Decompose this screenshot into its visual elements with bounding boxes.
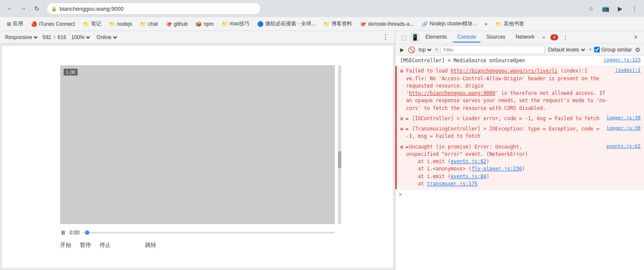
forward-button[interactable]: → — [17, 3, 29, 15]
error-icon-2: ⊗ — [400, 68, 404, 74]
bookmark-npm[interactable]: 📦 npm — [192, 20, 217, 28]
viewport-width: 592 — [43, 34, 51, 40]
pause-button[interactable]: 暂停 — [80, 241, 91, 249]
flv-link[interactable]: flv-player.js:236 — [471, 166, 522, 172]
progress-bar[interactable] — [83, 232, 335, 234]
error-icon-3: ⊗ — [400, 115, 404, 122]
console-entry-1-source[interactable]: logger.js:123 — [604, 57, 641, 63]
stop-button[interactable]: 停止 — [100, 241, 111, 249]
events-link-1[interactable]: events.js:62 — [451, 158, 486, 164]
bookmark-nodejs[interactable]: 📁 nodejs — [106, 20, 136, 28]
console-input-row: > — [395, 189, 644, 199]
address-bar[interactable]: 🔒 bianchenggou.wang:9000 — [46, 3, 261, 15]
video-scrollbar-thumb — [338, 151, 341, 168]
mac-tips-icon: 📁 — [222, 21, 228, 27]
bookmark-notes[interactable]: 📁 笔记 — [79, 19, 105, 29]
console-prompt: > — [399, 191, 402, 197]
zoom-select[interactable]: 100% — [70, 34, 91, 41]
transmuxer-link[interactable]: transmuxer.js:175 — [427, 181, 477, 187]
bookmark-more[interactable]: » — [481, 20, 491, 28]
console-entry-3: ⊗ ► [IOController] > Loader error, code … — [395, 114, 644, 124]
devtools-panel: ⬚ 📱 Elements Console Sources Network » 4… — [395, 31, 644, 270]
bookmark-bing[interactable]: 🔵 微软必应搜索 - 全球... — [254, 19, 319, 29]
browser-actions: ☆ 📺 ▶ ⋮ — [585, 3, 641, 15]
video-container: 1.00 — [60, 65, 335, 224]
console-entry-2-source[interactable]: (index):1 — [615, 67, 641, 73]
cluster-icon: 🔗 — [422, 21, 428, 27]
console-entry-3-source[interactable]: logger.js:38 — [607, 115, 641, 121]
online-select[interactable]: Online — [95, 34, 118, 41]
console-entry-2: ⊗ Failed to load http://bianchenggou.wan… — [395, 66, 644, 114]
apps-icon: ⊞ — [7, 21, 11, 27]
error-icon-5: ⊗ — [400, 144, 404, 150]
reload-button[interactable]: ↻ — [31, 3, 43, 15]
video-controls: ⏸ 0:00 — [60, 228, 335, 238]
bookmark-others[interactable]: 📁 其他书签 — [492, 19, 528, 29]
console-entry-5: ⊗ ►Uncaught (in promise) Error: Uncaught… — [395, 142, 644, 190]
menu-button[interactable]: ⋮ — [629, 3, 641, 15]
viewport-select[interactable]: Responsive — [3, 34, 39, 41]
bing-icon: 🔵 — [257, 21, 264, 27]
events-link-2[interactable]: events.js:84 — [451, 173, 486, 179]
bookmark-xk-threads[interactable]: 🐙 xk/node-threads-a... — [356, 20, 417, 28]
group-similar-checkbox[interactable] — [594, 47, 600, 52]
error-icon-4: ⊗ — [400, 126, 404, 132]
console-entry-4-source[interactable]: logger.js:38 — [607, 125, 641, 131]
console-execute-button[interactable]: ▶ — [398, 46, 406, 54]
viewport-toolbar: Responsive 592 × 616 100% Online ⋮ — [0, 31, 395, 44]
tab-console[interactable]: Console — [453, 32, 480, 42]
bookmark-apps[interactable]: ⊞ 应用 — [3, 19, 27, 29]
xk-icon: 🐙 — [360, 21, 366, 27]
video-scrollbar[interactable] — [338, 65, 341, 224]
console-input[interactable] — [404, 191, 641, 197]
page-content: 1.00 ⏸ 0:00 — [2, 46, 393, 268]
tab-sources[interactable]: Sources — [482, 32, 510, 42]
console-entry-5-text: ►Uncaught (in promise) Error: Uncaught, … — [406, 143, 604, 188]
bookmark-mac-tips[interactable]: 📁 mac技巧 — [218, 19, 253, 29]
cast-button[interactable]: 📺 — [599, 3, 611, 15]
inspect-element-button[interactable]: ⬚ — [399, 33, 408, 42]
bookmark-nodejs-cluster[interactable]: 🔗 Nodejs cluster模块... — [418, 19, 480, 29]
version-badge: 1.00 — [64, 69, 78, 76]
progress-dot — [85, 231, 89, 235]
console-settings-button[interactable]: ⚙ — [634, 46, 641, 54]
console-entry-5-source[interactable]: events.js:62 — [607, 143, 641, 149]
devtools-more-tabs[interactable]: » — [541, 33, 547, 41]
tab-elements[interactable]: Elements — [421, 32, 451, 42]
console-clear-button[interactable]: 🚫 — [407, 46, 415, 54]
youtube-button[interactable]: ▶ — [614, 3, 626, 15]
context-select[interactable]: top — [417, 46, 433, 53]
console-entry-1-text: [MSEController] > MediaSource onSourceOp… — [400, 57, 601, 64]
video-action-buttons: 开始 暂停 停止 跳转 — [60, 241, 335, 249]
bookmark-star-button[interactable]: ☆ — [585, 3, 597, 15]
back-button[interactable]: ← — [3, 3, 15, 15]
page-devtools-split: Responsive 592 × 616 100% Online ⋮ — [0, 31, 644, 270]
filter-input[interactable] — [440, 46, 545, 54]
play-pause-button[interactable]: ⏸ — [60, 229, 66, 236]
devtools-close-button[interactable]: × — [631, 33, 641, 42]
github-icon: 🐙 — [166, 21, 172, 27]
bookmark-chat[interactable]: 📁 chat — [137, 20, 161, 28]
error-count-badge: 4 — [550, 34, 558, 40]
viewport-x-separator: × — [53, 34, 56, 40]
bookmark-itunes[interactable]: 🍎 iTunes Connect — [27, 20, 79, 28]
log-level-select[interactable]: Default levels — [547, 46, 586, 53]
console-content: [MSEController] > MediaSource onSourceOp… — [395, 56, 644, 270]
viewport-height: 616 — [58, 34, 66, 40]
lock-icon: 🔒 — [51, 6, 57, 12]
start-button[interactable]: 开始 — [60, 241, 71, 249]
npm-icon: 📦 — [195, 21, 202, 27]
tab-network[interactable]: Network — [511, 32, 539, 42]
more-options-button[interactable]: ⋮ — [380, 31, 392, 43]
bookmark-blog[interactable]: 📁 博客资料 — [320, 19, 355, 29]
devtools-tabs-header: ⬚ 📱 Elements Console Sources Network » 4… — [395, 31, 644, 44]
cors-error-link[interactable]: http://bianchenggou.wang/srs/live/li — [451, 68, 558, 74]
jump-button[interactable]: 跳转 — [145, 241, 156, 249]
devtools-settings-button[interactable]: ⋮ — [561, 33, 570, 42]
device-toggle-button[interactable]: 📱 — [410, 33, 419, 42]
page-area: Responsive 592 × 616 100% Online ⋮ — [0, 31, 395, 270]
group-similar-checkbox-label[interactable]: Group similar — [594, 47, 632, 53]
bookmark-github[interactable]: 🐙 github — [162, 20, 191, 28]
nodejs-icon: 📁 — [109, 21, 115, 27]
itunes-icon: 🍎 — [31, 21, 37, 27]
